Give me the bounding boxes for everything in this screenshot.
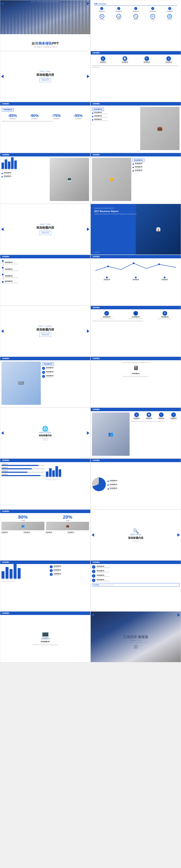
stat-1: 🖥 添加标题内容 添加相关内容 [131, 412, 143, 420]
stat-4: ⚙ 添加标题内容 添加相关内容 [168, 412, 180, 420]
slide-header: 当前标题名 [91, 102, 181, 105]
section-label: PART THREE [36, 326, 54, 327]
deco-arrow-left [1, 75, 4, 78]
monitor-content: 添加相关内容文字添加相关内容文字添加相关内容文字 🖥 添加标题内容 添加相关内容… [91, 360, 181, 379]
pie-legend: 添加标题内容 添加相关内容文字 添加标题内容 添加相关内容文字 [108, 480, 180, 490]
slide-20-pie: 当前标题名 70% PPT 添加标题内容 添加相关内容文字 [90, 459, 181, 509]
slide-right-content: 添加标题内容 1 添加标题内容 添加相关内容文字 2 添加标题内容 添加相关内 [42, 362, 89, 405]
section-subtitle: 添加相关内容 [39, 333, 51, 337]
slide-header: 当前标题名 [91, 153, 181, 156]
left-percent: 80% 不平衡 👥 [1, 514, 44, 530]
svg-point-2 [158, 264, 160, 265]
numbered-item-2: 2 添加标题内容 添加相关内容文字添加相关内容文字 [92, 570, 180, 573]
bar-chart-area: 2013 2014 2015 2016 2017 添加相关内容文字添加相关内容文… [46, 463, 89, 507]
bar-area: 2013 2014 2015 2016 2017 添加相关内容文字添加相关内容文… [1, 565, 49, 609]
percent-item-2: -90% 添加标题内容 [24, 114, 45, 119]
section-label: PART ONE [36, 71, 54, 72]
slide-photo: 🤝 [92, 158, 131, 201]
pie-area: 70% PPT [92, 477, 106, 493]
slide-header: 当前标题名 [91, 408, 181, 411]
slide-11-timeline: 当前标题名 添加标题内容 添加相关内容文字添加相关内容文字 [0, 255, 90, 306]
deco-arrow-right [87, 75, 89, 78]
slide-header: 当前标题名 [0, 102, 90, 105]
slide-header: 当前标题名 [91, 255, 181, 258]
section-subtitle: 添加相关内容 [128, 540, 143, 542]
body-text: 添加相关内容文字添加相关内容文字添加相关内容文字添加相关内容文字添加相关内容文字… [2, 121, 89, 122]
blue-content-box: 添加标题内容 添加相关内容文字添加相关内容文字 [92, 583, 180, 587]
slide-21-twopercent: 当前标题名 80% 不平衡 👥 20% 不平衡 💼 [0, 509, 90, 560]
chart-area: 2013 2014 2015 2016 2017 添加标题内容 添加相关内容文字 [1, 158, 49, 201]
slide-18-people: 当前标题名 👥 🖥 添加标题内容 添加相关内容 📊 添加标题内容 添加相关内容 [90, 408, 181, 459]
slide-left-content: 添加标题内容 添加标题内容 添加相关内容文字添加相关内容文字 添加标题内容 [92, 107, 139, 150]
section-title: 添加标题内容 [36, 73, 54, 77]
slide-6-photo-right: 当前标题名 添加标题内容 添加标题内容 添加相关内容文字添加相关内容文字 [90, 102, 181, 153]
contents-panel: 目录 | Contents 1 添加标题内容 2 添加标题内容 3 添加标题内容… [91, 0, 181, 23]
section-sub2: 添加相关内容 [39, 439, 52, 440]
thankyou-building [91, 612, 181, 633]
deco-arrow-right [87, 227, 89, 231]
slide-14-3icons: 当前标题名 ✓ 添加标题内容 添加相关内容文字添加相关内容文字 📱 添加标题内容… [90, 306, 181, 356]
slide-header: 当前标题名 [0, 612, 90, 615]
slide-3-section01: 01 PART ONE 添加标题内容 添加相关内容 [0, 51, 90, 102]
laptop-description: 添加相关内容文字添加相关内容文字添加相关内容文字 [32, 644, 58, 645]
deco-triangle-left [92, 613, 94, 617]
slide-header: 当前标题名 [91, 306, 181, 309]
right-percent: 20% 不平衡 💼 [46, 514, 89, 530]
wave-content: 添加标题内容 添加相关内容文字 添加标题内容 添加相关内容文字 添加标题内容 添… [91, 258, 181, 283]
section-subtitle: 添加相关内容 [39, 438, 52, 439]
stat-item-2: 添加标题内容 添加相关内容文字 [24, 531, 45, 534]
slide-2-contents: 目录 | Contents 1 添加标题内容 2 添加标题内容 3 添加标题内容… [90, 0, 181, 51]
timeline-item-2: 添加标题内容 添加相关内容文字添加相关内容文字 [2, 267, 89, 273]
icon-item-1: ✓ 添加标题内容 添加相关内容文字添加相关内容文字 [92, 311, 121, 319]
slide-header: 当前标题名 [0, 357, 90, 360]
deco-arrow-left [1, 431, 4, 435]
cover-meta: 汇报：代劳者 部门：市场营销部 日期：2016.8.1 [1, 46, 89, 48]
slide-header: 当前标题名 [91, 51, 181, 55]
slide-25-laptop: 当前标题名 💻 添加标题内容 添加相关内容文字添加相关内容文字添加相关内容文字 [0, 611, 90, 662]
slide-5-percent: 当前标题名 添加标题内容 -85% 添加标题内容 -90% 添加标题内容 -75… [0, 102, 90, 153]
slide-photo: 💻 [50, 158, 89, 201]
laptop-title: 添加标题内容 [41, 641, 50, 643]
svg-point-1 [133, 262, 134, 264]
contents-icons-row: 🖥 添加标题内容 📊 添加标题内容 🔍 添加标题内容 ⚙ 添加标题内容 🌐 [94, 14, 177, 20]
slide-header: 当前标题名 [0, 153, 90, 156]
numbered-content: 1 添加标题内容 添加相关内容文字添加相关内容文字 2 添加标题内容 添加相关内… [91, 564, 181, 588]
deco-arrow-right [87, 330, 89, 333]
monitor-icon: 🖥 [133, 365, 139, 371]
section-label: PART FIVE [128, 534, 143, 535]
wave-label-3: 添加标题内容 添加相关内容文字 [161, 277, 168, 281]
two-percent-content: 80% 不平衡 👥 20% 不平衡 💼 添加标题内容 添加相 [0, 513, 90, 535]
slide-header: 当前标题名 [0, 561, 90, 564]
contents-item-5: 5 添加标题内容 [167, 7, 173, 12]
slide-header: 当前标题名 [0, 255, 90, 258]
slide-header: 当前标题名 [91, 459, 181, 462]
deco-arrow-right [177, 533, 180, 537]
contents-item-3: 3 添加标题内容 [132, 7, 139, 12]
deco-triangle-right [177, 613, 180, 617]
icon-item-1: 🖥 添加标题内容 添加相关内容文字 [92, 56, 114, 64]
slide-right-content: 添加标题内容 添加标题内容 添加相关内容文字 添加标题内容 添加相关内容文 [132, 158, 180, 201]
cover-subtitle: 2017 BUSINESS REPORT [31, 1, 59, 3]
timeline-item-1: 添加标题内容 添加相关内容文字添加相关内容文字 [2, 260, 89, 266]
deco-arrow-right [87, 431, 89, 435]
slide-12-wave: 当前标题名 添加标题内容 添加相关内容文字 添加标题内容 添加相关内容文字 [90, 255, 181, 306]
slide-header: 当前标题名 [91, 357, 181, 360]
laptop-icon: 💻 [40, 630, 50, 640]
section-title: 添加标题内容 [128, 536, 143, 540]
report-title: 2017 Business Report [94, 210, 137, 213]
stat-item-4: 添加标题内容 添加相关内容文字 [67, 531, 89, 534]
slide-header: 当前标题名 [91, 561, 181, 564]
section-label: PART TWO [36, 223, 54, 225]
slide-10-report-cover: 👔 添加相关内容文字添加相关内容文字 2017 Business Report … [90, 204, 181, 255]
slide-22-section05: 05 🔍 PART FIVE 添加标题内容 添加相关内容 [90, 509, 181, 560]
contents-item-4: 4 添加标题内容 [150, 7, 156, 12]
icon-item-3: ⚑ 添加标题内容 添加相关内容文字添加相关内容文字 [151, 311, 179, 319]
numbered-item-1: 1 添加标题内容 添加相关内容文字添加相关内容文字 [92, 565, 180, 569]
slide-13-section03: 03 PART THREE 添加标题内容 添加相关内容 [0, 306, 90, 356]
numbered-item-3: 3 添加标题内容 添加相关内容文字添加相关内容文字 [92, 574, 180, 578]
slide-7-barchart: 当前标题名 2013 2014 2015 2016 2017 添加标题内容 添加… [0, 153, 90, 204]
cover-title-area: 极简商务报告PPT 汇报：代劳者 部门：市场营销部 日期：2016.8.1 [0, 40, 90, 49]
slide-header: 当前标题名 [0, 510, 90, 513]
svg-point-0 [107, 266, 109, 267]
cover-main-title: 极简商务报告PPT [1, 41, 89, 46]
